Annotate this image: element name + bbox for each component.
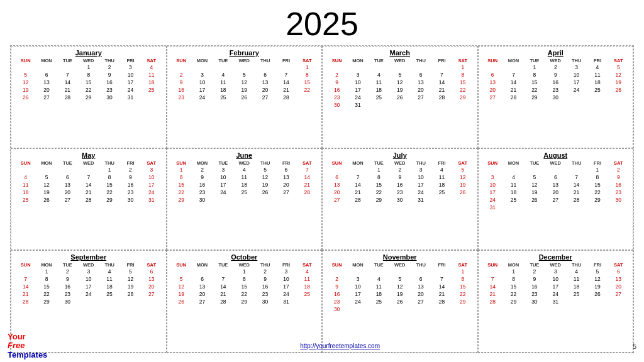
day-header-fri: FRI	[120, 262, 141, 268]
day-14: 14	[213, 283, 233, 290]
day-6: 6	[326, 173, 347, 181]
day-header-mon: MON	[503, 262, 524, 268]
day-header-sun: SUN	[326, 262, 347, 268]
day-header-sat: SAT	[608, 160, 629, 166]
month-cell-july: JulySUNMONTUEWEDTHUFRISAT123456789101112…	[322, 148, 478, 251]
day-header-mon: MON	[347, 262, 368, 268]
day-20: 20	[192, 290, 213, 298]
month-cell-february: FebruarySUNMONTUEWEDTHUFRISAT12345678910…	[167, 46, 323, 148]
month-name-december: December	[482, 253, 630, 261]
day-9: 9	[171, 79, 192, 86]
day-13: 13	[141, 275, 162, 283]
day-25: 25	[369, 94, 389, 101]
day-6: 6	[192, 275, 213, 283]
day-26: 26	[255, 189, 275, 196]
day-22: 22	[452, 290, 473, 298]
day-7: 7	[566, 173, 587, 181]
day-empty	[326, 166, 347, 173]
day-7: 7	[431, 71, 452, 79]
footer-url[interactable]: http://yourfreetemplates.com	[47, 343, 633, 349]
day-9: 9	[545, 71, 566, 79]
day-10: 10	[78, 275, 99, 283]
day-13: 13	[410, 79, 431, 86]
day-header-sun: SUN	[482, 160, 503, 166]
day-10: 10	[347, 283, 368, 290]
day-headers: SUNMONTUEWEDTHUFRISAT	[482, 262, 630, 268]
day-27: 27	[608, 290, 629, 298]
day-12: 12	[15, 79, 36, 86]
day-21: 21	[275, 86, 296, 94]
day-10: 10	[213, 173, 233, 181]
month-name-june: June	[171, 151, 318, 159]
day-header-tue: TUE	[57, 262, 78, 268]
month-name-october: October	[171, 253, 318, 261]
days-grid: 1234567891011121314151617181920212223242…	[171, 63, 318, 101]
day-header-thu: THU	[566, 160, 587, 166]
day-5: 5	[587, 268, 608, 275]
day-header-mon: MON	[503, 160, 524, 166]
day-header-tue: TUE	[213, 262, 233, 268]
day-19: 19	[171, 290, 192, 298]
day-13: 13	[545, 181, 566, 189]
day-21: 21	[566, 189, 587, 196]
day-17: 17	[213, 181, 233, 189]
day-header-sat: SAT	[452, 262, 473, 268]
day-2: 2	[171, 71, 192, 79]
day-21: 21	[78, 189, 99, 196]
day-11: 11	[503, 181, 524, 189]
day-header-thu: THU	[566, 262, 587, 268]
day-header-tue: TUE	[213, 58, 233, 63]
day-16: 16	[326, 290, 347, 298]
day-24: 24	[482, 196, 503, 204]
day-header-tue: TUE	[57, 58, 78, 63]
day-23: 23	[524, 290, 545, 298]
day-10: 10	[275, 275, 296, 283]
day-header-wed: WED	[234, 262, 255, 268]
day-6: 6	[57, 173, 78, 181]
day-20: 20	[545, 189, 566, 196]
day-29: 29	[36, 298, 57, 305]
day-26: 26	[587, 290, 608, 298]
day-26: 26	[15, 94, 36, 101]
day-26: 26	[120, 290, 141, 298]
day-header-wed: WED	[545, 262, 566, 268]
day-11: 11	[213, 79, 233, 86]
month-name-may: May	[15, 151, 162, 159]
day-header-mon: MON	[347, 58, 368, 63]
day-9: 9	[524, 275, 545, 283]
day-8: 8	[171, 173, 192, 181]
day-10: 10	[410, 173, 431, 181]
day-7: 7	[347, 173, 368, 181]
day-1: 1	[369, 166, 389, 173]
day-19: 19	[608, 79, 629, 86]
day-empty	[503, 63, 524, 71]
day-headers: SUNMONTUEWEDTHUFRISAT	[171, 58, 318, 63]
day-12: 12	[608, 71, 629, 79]
month-cell-june: JuneSUNMONTUEWEDTHUFRISAT123456789101112…	[167, 148, 323, 251]
day-11: 11	[15, 181, 36, 189]
day-4: 4	[566, 268, 587, 275]
day-16: 16	[389, 181, 410, 189]
day-24: 24	[213, 189, 233, 196]
day-27: 27	[545, 196, 566, 204]
day-15: 15	[369, 181, 389, 189]
day-7: 7	[57, 71, 78, 79]
day-empty	[171, 63, 192, 71]
day-25: 25	[566, 290, 587, 298]
day-30: 30	[389, 196, 410, 204]
day-7: 7	[275, 71, 296, 79]
day-9: 9	[57, 275, 78, 283]
day-15: 15	[78, 79, 99, 86]
day-8: 8	[234, 275, 255, 283]
day-header-thu: THU	[255, 160, 275, 166]
day-5: 5	[389, 71, 410, 79]
day-22: 22	[99, 189, 119, 196]
day-3: 3	[482, 173, 503, 181]
day-header-thu: THU	[410, 58, 431, 63]
day-23: 23	[326, 298, 347, 305]
day-empty	[326, 268, 347, 275]
day-19: 19	[120, 283, 141, 290]
days-grid: 1234567891011121314151617181920212223242…	[171, 268, 318, 305]
day-31: 31	[482, 204, 503, 211]
day-4: 4	[234, 166, 255, 173]
